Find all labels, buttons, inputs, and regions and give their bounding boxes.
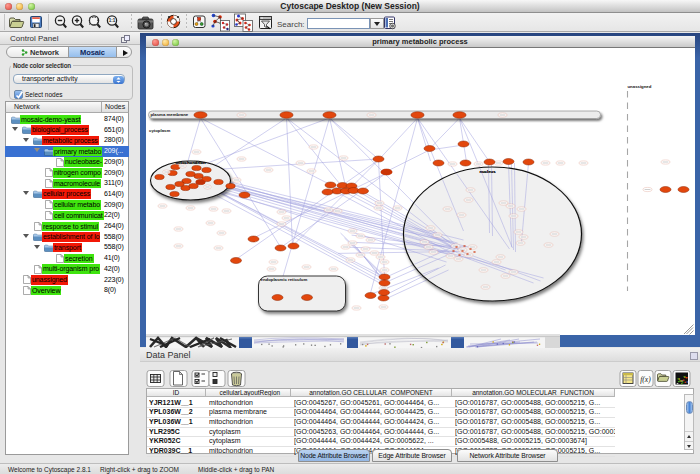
- svg-text:nucleus: nucleus: [479, 169, 496, 174]
- svg-text:f(x): f(x): [640, 375, 651, 384]
- svg-text:unassigned: unassigned: [627, 84, 651, 89]
- svg-text:mitochondrion: mitochondrion: [175, 160, 205, 165]
- svg-text:plasma membrane: plasma membrane: [150, 112, 188, 117]
- svg-text:1:1: 1:1: [109, 18, 116, 23]
- svg-text:cytoplasm: cytoplasm: [149, 128, 170, 133]
- svg-text:endoplasmic reticulum: endoplasmic reticulum: [260, 277, 307, 282]
